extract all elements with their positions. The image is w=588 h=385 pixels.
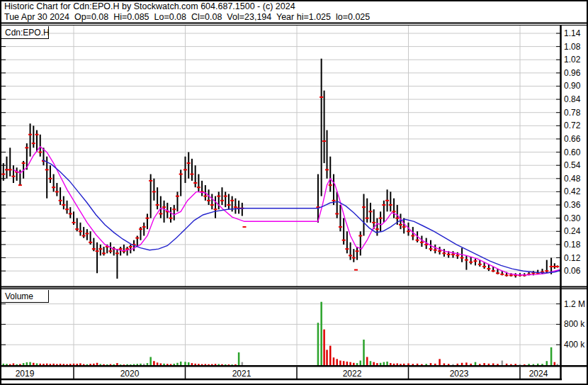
year-axis-label: 2020 <box>120 369 140 379</box>
candle-hl-bar <box>346 231 348 253</box>
candle-close-tick <box>402 226 406 228</box>
volume-bar <box>234 364 237 365</box>
candle-close-tick <box>48 178 52 179</box>
candle-hl-bar <box>86 229 88 240</box>
volume-pane-label: Volume <box>1 290 49 303</box>
candle-hl-bar <box>479 260 480 267</box>
candle-hl-bar <box>157 187 158 209</box>
volume-axis-label: 400 k <box>564 340 585 350</box>
volume-bar <box>133 364 135 365</box>
volume-bar <box>457 364 459 365</box>
candle-close-tick <box>32 143 35 144</box>
candle-close-tick <box>447 254 451 255</box>
volume-bar <box>439 359 441 365</box>
volume-bar <box>176 363 179 365</box>
volume-bar <box>425 364 427 365</box>
candle-close-tick <box>220 200 224 201</box>
candle-close-tick <box>176 196 179 197</box>
volume-bar <box>86 364 89 365</box>
candle-hl-bar <box>434 245 436 253</box>
volume-bar <box>116 363 118 365</box>
volume-bar <box>380 363 382 365</box>
volume-bar <box>63 364 65 365</box>
volume-bar <box>184 362 186 365</box>
volume-bar <box>76 364 78 365</box>
candle-hl-bar <box>153 179 154 201</box>
candle-hl-bar <box>228 194 230 210</box>
candle-hl-bar <box>188 152 189 179</box>
volume-bar <box>9 364 11 365</box>
candle-close-tick <box>102 252 106 254</box>
year-axis-label: 2022 <box>343 369 362 379</box>
volume-bar <box>191 363 193 365</box>
candle-close-tick <box>227 204 230 206</box>
candle-hl-bar <box>380 211 381 231</box>
volume-bar <box>383 362 385 365</box>
candle-close-tick <box>193 182 197 184</box>
volume-bar <box>208 364 210 365</box>
candle-close-tick <box>62 204 65 206</box>
candle-close-tick <box>152 191 156 192</box>
candle-hl-bar <box>225 191 226 207</box>
candle-close-tick <box>354 269 358 271</box>
candle-hl-bar <box>208 189 210 205</box>
candle-hl-bar <box>242 203 243 216</box>
volume-bar <box>79 363 81 365</box>
volume-axis-label: 800 k <box>564 319 585 329</box>
candle-close-tick <box>28 134 32 135</box>
volume-bar <box>430 363 432 365</box>
chart-canvas: 1.141.081.020.960.900.840.780.720.660.60… <box>0 0 588 385</box>
candle-close-tick <box>234 206 237 208</box>
candle-hl-bar <box>400 213 401 229</box>
volume-bar <box>550 347 553 365</box>
candle-hl-bar <box>350 242 351 260</box>
year-axis-label: 2024 <box>529 369 548 379</box>
volume-bar <box>96 363 98 365</box>
price-axis-label: 1.02 <box>564 55 581 65</box>
candle-hl-bar <box>356 247 358 260</box>
volume-bar <box>488 364 490 365</box>
candle-hl-bar <box>56 183 57 196</box>
volume-bar <box>479 364 481 365</box>
candle-hl-bar <box>366 199 368 223</box>
stockwatch-historic-chart-window: 1.141.081.020.960.900.840.780.720.660.60… <box>0 0 588 385</box>
candle-hl-bar <box>160 196 162 218</box>
candle-close-tick <box>38 152 42 153</box>
price-axis-label: 0.12 <box>564 253 581 263</box>
candle-close-tick <box>487 268 490 269</box>
candle-close-tick <box>142 226 146 228</box>
candle-close-tick <box>496 272 499 274</box>
candle-close-tick <box>332 200 335 201</box>
candle-close-tick <box>65 208 69 210</box>
volume-bar <box>26 362 28 365</box>
volume-bar <box>130 364 132 365</box>
price-axis-label: 0.60 <box>564 147 581 157</box>
candle-close-tick <box>320 96 323 98</box>
candle-hl-bar <box>317 174 319 223</box>
chart-background <box>0 0 588 385</box>
candle-close-tick <box>325 169 329 170</box>
candle-hl-bar <box>324 91 325 163</box>
volume-bar <box>194 364 196 365</box>
volume-bar <box>320 302 322 365</box>
volume-bar <box>465 362 468 365</box>
year-axis-label: 2021 <box>232 369 251 379</box>
volume-bar <box>506 364 508 365</box>
candle-close-tick <box>456 255 459 256</box>
candle-close-tick <box>451 254 455 255</box>
price-axis-label: 0.96 <box>564 68 581 78</box>
volume-bar <box>461 363 463 365</box>
candle-close-tick <box>505 274 509 276</box>
candle-close-tick <box>242 226 246 228</box>
candle-close-tick <box>368 211 372 212</box>
candle-close-tick <box>52 186 55 188</box>
candle-close-tick <box>9 169 12 170</box>
candle-hl-bar <box>67 201 68 214</box>
volume-bar <box>528 364 530 365</box>
year-axis-label: 2023 <box>450 369 469 379</box>
volume-bar <box>69 364 72 365</box>
volume-bar <box>557 364 559 365</box>
volume-bar <box>519 364 521 365</box>
candle-hl-bar <box>421 236 422 247</box>
volume-bar <box>333 357 335 365</box>
